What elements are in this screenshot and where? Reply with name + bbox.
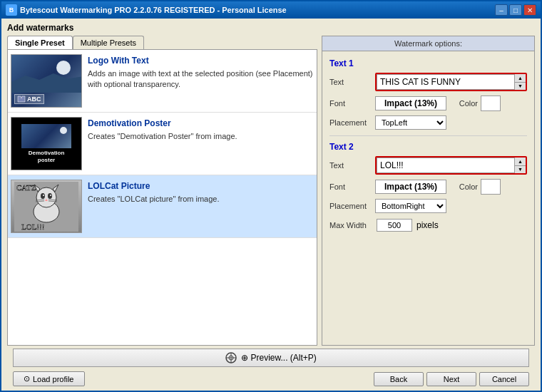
preview-button[interactable]: ⊕ Preview... (Alt+P) xyxy=(13,349,529,367)
section-title: Add watermarks xyxy=(7,23,535,33)
back-button[interactable]: Back xyxy=(374,372,424,386)
preset-title-logo: Logo With Text xyxy=(88,56,314,66)
text2-text-row: Text ▲ ▼ xyxy=(329,156,527,175)
text2-section-title: Text 2 xyxy=(329,142,527,152)
text1-spin-down[interactable]: ▼ xyxy=(515,83,526,91)
cancel-button[interactable]: Cancel xyxy=(479,372,529,386)
text1-placement-select[interactable]: TopLeft TopRight BottomLeft BottomRight … xyxy=(375,115,446,130)
text2-spin-down[interactable]: ▼ xyxy=(515,166,526,174)
tab-content: ABC Logo With Text Adds an image with te… xyxy=(7,49,317,346)
text2-placement-label: Placement xyxy=(329,202,372,210)
maxwidth-input[interactable] xyxy=(377,219,412,232)
preset-thumbnail-lolcat: CATZ LOL!!! xyxy=(11,180,82,233)
thumb-demotivation-bg: Demotivationposter xyxy=(11,118,81,170)
main-window: B Bytescout Watermarking PRO 2.2.0.76 RE… xyxy=(0,0,542,392)
tab-multiple-presets[interactable]: Multiple Presets xyxy=(73,36,144,49)
watermark-body: Text 1 Text ▲ ▼ Font Impac xyxy=(322,51,534,345)
title-bar-controls: – □ ✕ xyxy=(495,4,536,16)
load-icon: ⊙ xyxy=(24,374,30,383)
preset-thumbnail-demotivation: Demotivationposter xyxy=(11,117,82,170)
preset-info-logo: Logo With Text Adds an image with text a… xyxy=(88,54,314,91)
text1-placement-row: Placement TopLeft TopRight BottomLeft Bo… xyxy=(329,115,527,130)
footer-right: Back Next Cancel xyxy=(374,372,529,386)
thumb-logo-bg: ABC xyxy=(11,55,81,107)
thumb-moon xyxy=(56,61,71,75)
left-panel: Single Preset Multiple Presets xyxy=(7,36,317,346)
text1-input-wrapper: ▲ ▼ xyxy=(375,73,527,91)
thumb-lolcat-bg: CATZ LOL!!! xyxy=(11,180,81,232)
preset-desc-lolcat: Creates "LOLCat picture" from image. xyxy=(88,194,314,205)
thumb-landscape xyxy=(11,71,81,93)
preset-item-lolcat[interactable]: CATZ LOL!!! LOLCat Picture Creates "LOLC… xyxy=(8,175,317,238)
title-bar-left: B Bytescout Watermarking PRO 2.2.0.76 RE… xyxy=(6,4,287,16)
text1-font-label: Font xyxy=(329,99,372,108)
preset-title-demotivation: Demotivation Poster xyxy=(88,118,314,128)
text2-font-label: Font xyxy=(329,182,372,191)
cat-svg: CATZ LOL!!! xyxy=(14,182,78,232)
svg-text:CATZ: CATZ xyxy=(16,183,36,192)
preset-item-logo-with-text[interactable]: ABC Logo With Text Adds an image with te… xyxy=(8,50,317,113)
next-button[interactable]: Next xyxy=(426,372,476,386)
preset-desc-logo: Adds an image with text at the selected … xyxy=(88,68,314,91)
text1-input[interactable] xyxy=(377,74,526,90)
tabs: Single Preset Multiple Presets xyxy=(7,36,317,49)
text2-font-button[interactable]: Impact (13%) xyxy=(375,180,446,194)
text2-input[interactable] xyxy=(377,158,526,173)
preset-title-lolcat: LOLCat Picture xyxy=(88,181,314,191)
text2-text-label: Text xyxy=(329,161,372,170)
tab-single-preset[interactable]: Single Preset xyxy=(7,36,73,49)
text1-text-label: Text xyxy=(329,78,372,86)
text1-color-label: Color xyxy=(449,99,478,108)
text2-spinner: ▲ ▼ xyxy=(514,158,526,173)
svg-text:LOL!!!: LOL!!! xyxy=(21,222,44,231)
text2-color-box[interactable] xyxy=(481,179,501,195)
footer-left: ⊙ Load profile xyxy=(13,371,85,386)
text1-text-row: Text ▲ ▼ xyxy=(329,73,527,91)
bottom-area: ⊕ Preview... (Alt+P) ⊙ Load profile Back… xyxy=(7,346,535,391)
thumb-demo-moon xyxy=(60,127,67,134)
main-content: Single Preset Multiple Presets xyxy=(7,36,535,346)
preset-desc-demotivation: Creates "Demotivation Poster" from image… xyxy=(88,131,314,142)
text2-placement-select[interactable]: TopLeft TopRight BottomLeft BottomRight … xyxy=(375,199,446,213)
thumb-demo-inner xyxy=(21,124,71,149)
preset-item-demotivation[interactable]: Demotivationposter Demotivation Poster C… xyxy=(8,113,317,175)
preset-info-lolcat: LOLCat Picture Creates "LOLCat picture" … xyxy=(88,180,314,205)
preview-icon xyxy=(225,352,237,363)
text1-font-button[interactable]: Impact (13%) xyxy=(375,96,446,110)
thumb-demo-text: Demotivationposter xyxy=(29,150,65,163)
text1-spinner: ▲ ▼ xyxy=(514,74,526,90)
maxwidth-unit: pixels xyxy=(416,220,439,230)
text1-spin-up[interactable]: ▲ xyxy=(515,74,526,83)
svg-point-6 xyxy=(41,193,45,199)
window-body: Add watermarks Single Preset Multiple Pr… xyxy=(1,19,541,391)
svg-point-7 xyxy=(48,193,52,199)
text2-placement-row: Placement TopLeft TopRight BottomLeft Bo… xyxy=(329,199,527,213)
title-bar: B Bytescout Watermarking PRO 2.2.0.76 RE… xyxy=(1,1,541,19)
text2-spin-up[interactable]: ▲ xyxy=(515,158,526,166)
maxwidth-label: Max Width xyxy=(329,221,372,229)
preset-list: ABC Logo With Text Adds an image with te… xyxy=(8,50,317,345)
close-button[interactable]: ✕ xyxy=(523,4,536,16)
app-icon: B xyxy=(6,4,17,16)
maxwidth-row: Max Width pixels xyxy=(329,219,527,232)
preset-thumbnail-logo: ABC xyxy=(11,54,82,108)
text1-color-box[interactable] xyxy=(481,96,501,111)
load-profile-label: Load profile xyxy=(33,375,74,383)
svg-point-9 xyxy=(50,195,51,196)
preset-info-demotivation: Demotivation Poster Creates "Demotivatio… xyxy=(88,117,314,142)
svg-point-3 xyxy=(36,187,56,207)
text1-section-title: Text 1 xyxy=(329,58,527,68)
text2-color-label: Color xyxy=(449,182,478,191)
text2-font-row: Font Impact (13%) Color xyxy=(329,179,527,195)
right-panel: Watermark options: Text 1 Text ▲ ▼ xyxy=(322,36,535,346)
text1-font-row: Font Impact (13%) Color xyxy=(329,96,527,111)
svg-point-8 xyxy=(43,195,44,196)
minimize-button[interactable]: – xyxy=(495,4,508,16)
preview-label: ⊕ Preview... (Alt+P) xyxy=(241,353,317,363)
window-title: Bytescout Watermarking PRO 2.2.0.76 REGI… xyxy=(20,6,287,14)
watermark-options-header: Watermark options: xyxy=(322,36,534,51)
maximize-button[interactable]: □ xyxy=(509,4,522,16)
footer-buttons: ⊙ Load profile Back Next Cancel xyxy=(13,371,529,386)
text1-placement-label: Placement xyxy=(329,118,372,127)
load-profile-button[interactable]: ⊙ Load profile xyxy=(13,371,85,386)
